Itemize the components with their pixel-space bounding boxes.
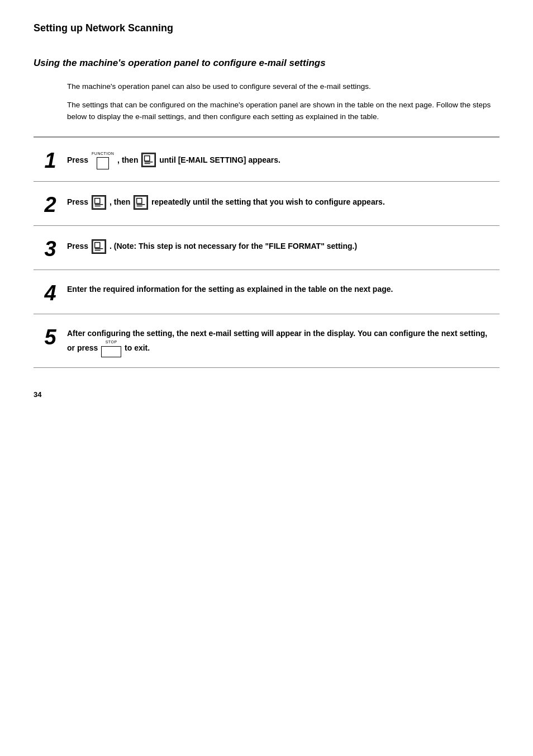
section-title: Using the machine's operation panel to c… xyxy=(34,56,499,70)
step-1-content: Press FUNCTION , then until [E-MAIL SETT… xyxy=(67,148,494,170)
step-3-number: 3 xyxy=(34,236,67,259)
svg-rect-9 xyxy=(137,198,142,203)
svg-rect-1 xyxy=(145,156,150,161)
step-4-number: 4 xyxy=(34,280,67,304)
step-1-press: Press xyxy=(67,155,91,164)
step-3-rest: . (Note: This step is not necessary for … xyxy=(110,241,357,250)
panel-btn-4-icon xyxy=(92,239,106,254)
steps-container: 1 Press FUNCTION , then until [E-MAIL SE… xyxy=(34,136,499,368)
step-5-number: 5 xyxy=(34,324,67,348)
step-4: 4 Enter the required information for the… xyxy=(34,270,499,314)
step-5: 5 After configuring the setting, the nex… xyxy=(34,314,499,368)
step-5-text-2: to exit. xyxy=(125,343,150,352)
step-1-until: until [E-MAIL SETTING] appears. xyxy=(159,155,280,164)
step-3-press: Press xyxy=(67,241,91,250)
step-1-then: , then xyxy=(117,155,140,164)
step-3: 3 Press . (Note: This step is not necess… xyxy=(34,226,499,270)
step-4-text: Enter the required information for the s… xyxy=(67,285,393,294)
stop-key-icon: STOP xyxy=(101,339,121,357)
step-1-number: 1 xyxy=(34,148,67,171)
step-5-content: After configuring the setting, the next … xyxy=(67,324,494,358)
function-key-icon: FUNCTION xyxy=(92,151,114,170)
step-2-then: , then xyxy=(110,197,132,206)
step-4-content: Enter the required information for the s… xyxy=(67,280,494,296)
step-2-rest: repeatedly until the setting that you wi… xyxy=(151,197,385,206)
step-2: 2 Press , then xyxy=(34,182,499,226)
page-number: 34 xyxy=(34,390,499,399)
intro-text-1: The machine's operation panel can also b… xyxy=(67,81,499,93)
step-2-press: Press xyxy=(67,197,91,206)
panel-btn-2-icon xyxy=(92,195,106,210)
svg-rect-5 xyxy=(95,198,100,203)
intro-text-2: The settings that can be configured on t… xyxy=(67,100,499,123)
panel-btn-1-icon xyxy=(141,153,156,167)
step-2-content: Press , then repea xyxy=(67,192,494,210)
page-title: Setting up Network Scanning xyxy=(34,22,499,34)
panel-btn-3-icon xyxy=(134,195,148,210)
step-1: 1 Press FUNCTION , then until [E-MAIL SE… xyxy=(34,138,499,182)
step-3-content: Press . (Note: This step is not necessar… xyxy=(67,236,494,254)
svg-rect-13 xyxy=(95,242,100,247)
step-2-number: 2 xyxy=(34,192,67,215)
